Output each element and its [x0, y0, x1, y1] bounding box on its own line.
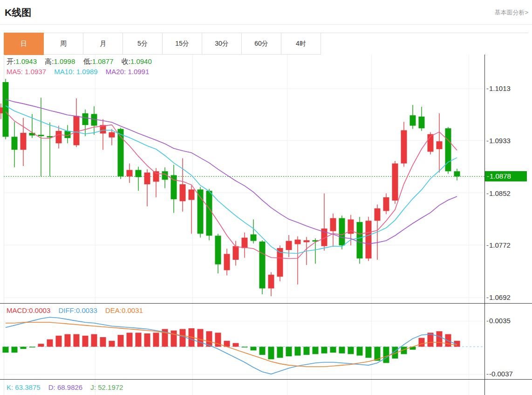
- d-value: 68.9826: [57, 383, 82, 391]
- diff-line: [6, 317, 457, 374]
- price-tick-label: 1.0933: [486, 137, 511, 145]
- macd-bar: [277, 347, 283, 358]
- macd-bar: [153, 333, 159, 346]
- macd-bar: [313, 347, 319, 354]
- candle-down: [251, 235, 257, 241]
- candle-up: [109, 132, 115, 138]
- candle-down: [3, 82, 9, 137]
- high-value: 1.0998: [54, 57, 75, 65]
- macd-bar: [118, 335, 124, 346]
- price-tick-label: 1.0692: [486, 293, 511, 302]
- candle-up: [20, 133, 27, 150]
- candle-up: [295, 240, 301, 244]
- macd-bar: [109, 341, 115, 347]
- dea-line: [6, 322, 457, 367]
- ma10-legend: MA10: 1.0989: [54, 68, 97, 76]
- pane-borders: [0, 55, 532, 395]
- tab-week[interactable]: 周: [44, 33, 83, 55]
- j-pair: J: 52.1972: [90, 383, 123, 391]
- candle-up: [375, 208, 381, 221]
- low-value: 1.0877: [92, 57, 114, 65]
- close-value: 1.0940: [130, 57, 152, 65]
- candle-down: [12, 137, 18, 150]
- fundamental-analysis-link[interactable]: 基本面分析>: [494, 8, 528, 17]
- dea-label: DEA:: [105, 306, 122, 314]
- candles-group: [0, 79, 460, 296]
- macd-histogram: [3, 328, 460, 363]
- candle-up: [392, 163, 398, 201]
- macd-bar: [321, 347, 327, 353]
- macd-bar: [304, 347, 310, 355]
- candle-up: [366, 221, 372, 258]
- ma20-value: 1.0991: [128, 68, 149, 76]
- tab-30min[interactable]: 30分: [202, 33, 242, 55]
- d-pair: D: 68.9826: [48, 383, 82, 391]
- kdj-tick-label-partial: 80.0010: [486, 393, 514, 395]
- candle-down: [410, 115, 416, 125]
- candle-up: [242, 238, 248, 248]
- macd-pair: MACD:0.0003: [7, 306, 50, 314]
- macd-bar: [38, 344, 44, 346]
- macd-bar: [180, 329, 186, 347]
- k-value: 63.3875: [15, 383, 40, 391]
- tab-day[interactable]: 日: [4, 33, 44, 55]
- macd-bar: [339, 347, 345, 353]
- candle-up: [233, 246, 239, 260]
- tab-15min[interactable]: 15分: [163, 33, 202, 55]
- ma5-line: [6, 112, 457, 259]
- ma20-legend: MA20: 1.0991: [106, 68, 149, 76]
- tab-month[interactable]: 月: [83, 33, 123, 55]
- candle-down: [206, 191, 212, 236]
- candle-up: [286, 241, 292, 250]
- macd-tick-label: 0.0035: [486, 317, 511, 325]
- candle-down: [357, 222, 363, 258]
- candle-up: [268, 275, 274, 288]
- low-label: 低:: [83, 57, 92, 65]
- macd-bar: [56, 336, 62, 347]
- macd-bar: [3, 347, 9, 353]
- macd-bar: [268, 347, 274, 360]
- tab-4hour[interactable]: 4时: [281, 33, 321, 55]
- macd-bar: [295, 347, 301, 356]
- macd-bar: [47, 340, 53, 347]
- macd-bar: [74, 334, 80, 347]
- candle-down: [339, 218, 345, 246]
- macd-bar: [286, 347, 292, 357]
- ma10-label: MA10:: [54, 68, 74, 76]
- j-label: J:: [90, 383, 96, 391]
- tab-60min[interactable]: 60分: [242, 33, 281, 55]
- ma5-legend: MA5: 1.0937: [7, 68, 46, 76]
- macd-legend: MACD:0.0003 DIFF:0.0033 DEA:0.0031: [7, 306, 149, 314]
- candle-up: [144, 173, 150, 184]
- ohlc-legend: 开:1.0943 高:1.0998 低:1.0877 收:1.0940: [7, 57, 158, 66]
- current-price-badge: 1.0878: [485, 171, 527, 181]
- macd-bar: [91, 334, 97, 347]
- kline-chart-canvas: [0, 55, 532, 395]
- macd-bar: [29, 347, 35, 348]
- close-label: 收:: [122, 57, 130, 65]
- candle-down: [38, 135, 44, 136]
- macd-bar: [383, 347, 389, 363]
- candle-up: [224, 254, 230, 270]
- candle-up: [330, 218, 336, 231]
- candle-down: [215, 236, 221, 264]
- k-pair: K: 63.3875: [7, 383, 41, 391]
- candle-down: [136, 170, 142, 177]
- open-value: 1.0943: [15, 57, 37, 65]
- ma20-label: MA20:: [106, 68, 126, 76]
- candle-down: [419, 117, 425, 128]
- macd-bar: [330, 347, 336, 353]
- tab-5min[interactable]: 5分: [123, 33, 163, 55]
- macd-bar: [171, 331, 177, 347]
- k-label: K:: [7, 383, 13, 391]
- period-tabs: 日 周 月 5分 15分 30分 60分 4时: [4, 33, 528, 55]
- candle-up: [401, 130, 407, 163]
- diff-pair: DIFF:0.0033: [58, 306, 97, 314]
- macd-bar: [20, 347, 27, 349]
- macd-bar: [357, 347, 363, 356]
- ma-legend: MA5: 1.0937 MA10: 1.0989 MA20: 1.0991: [7, 68, 155, 76]
- candle-up: [153, 171, 159, 181]
- ma10-value: 1.0989: [76, 68, 98, 76]
- candle-up: [383, 197, 389, 211]
- macd-bar: [100, 337, 106, 347]
